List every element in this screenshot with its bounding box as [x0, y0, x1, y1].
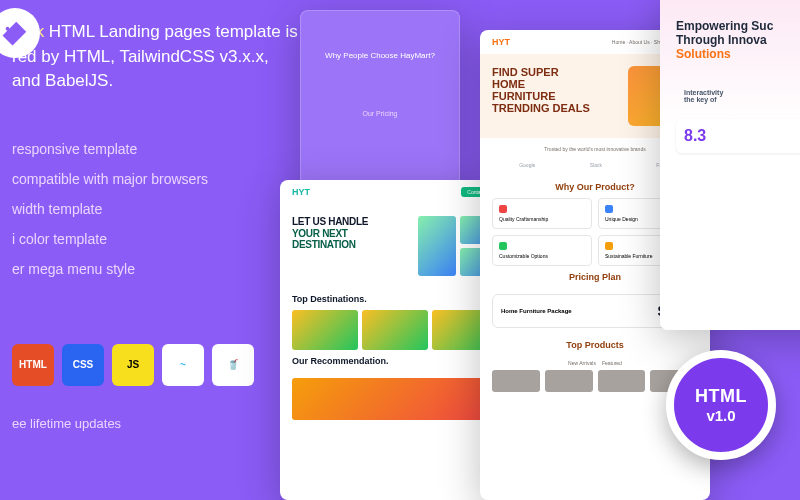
why-card: Quality Craftsmanship — [492, 198, 592, 229]
recommendation-banner — [292, 378, 498, 420]
tailwind-icon: ~ — [162, 344, 204, 386]
glass-subtitle: Our Pricing — [321, 110, 439, 117]
solutions-hero-title: Empowering Suc Through Innova Solutions — [676, 20, 800, 61]
feature-list: responsive template compatible with majo… — [12, 134, 310, 284]
product-tabs[interactable]: New Arrivals Featured — [480, 356, 710, 370]
feature-item: responsive template — [12, 134, 310, 164]
glass-title: Why People Choose HayMart? — [321, 51, 439, 60]
badge-line1: HTML — [695, 386, 747, 407]
updates-text: ee lifetime updates — [12, 416, 310, 431]
brand-item: Google — [519, 162, 535, 168]
badge-line2: v1.0 — [706, 407, 735, 424]
javascript-icon: JS — [112, 344, 154, 386]
gulp-icon: 🥤 — [212, 344, 254, 386]
pricing-title: Home Furniture Package — [501, 308, 572, 314]
feature-item: width template — [12, 194, 310, 224]
travel-logo: HYT — [292, 187, 310, 197]
travel-hero-title: LET US HANDLE YOUR NEXT DESTINATION — [292, 216, 410, 251]
travel-dest-heading: Top Destinations. — [280, 288, 510, 310]
tech-icons-row: HTML CSS JS ~ 🥤 — [12, 344, 310, 386]
html5-icon: HTML — [12, 344, 54, 386]
hero-panel: atok HTML Landing pages template is red … — [0, 0, 310, 500]
feature-item: er mega menu style — [12, 254, 310, 284]
product-tab[interactable]: Featured — [602, 360, 622, 366]
products-heading: Top Products — [480, 334, 710, 356]
mockup-travel-site: HYT Contact Us LET US HANDLE YOUR NEXT D… — [280, 180, 510, 500]
html-version-badge: HTML v1.0 — [666, 350, 776, 460]
stat-card: 8.3 — [676, 119, 800, 153]
product-tab[interactable]: New Arrivals — [568, 360, 596, 366]
main-title: atok HTML Landing pages template is red … — [12, 20, 310, 94]
brand-item: Slack — [590, 162, 602, 168]
feature-item: i color template — [12, 224, 310, 254]
furniture-logo: HYT — [492, 37, 510, 47]
interactivity-block: Interactivity the key of — [676, 81, 800, 111]
furniture-hero-title: FIND SUPER HOME FURNITURE TRENDING DEALS — [492, 66, 618, 114]
why-card: Customizable Options — [492, 235, 592, 266]
mockup-solutions-site: Empowering Suc Through Innova Solutions … — [660, 0, 800, 330]
mockup-glass-card: Why People Choose HayMart? Our Pricing — [300, 10, 460, 190]
feature-item: compatible with major browsers — [12, 164, 310, 194]
css3-icon: CSS — [62, 344, 104, 386]
destination-grid — [280, 310, 510, 350]
stat-value: 8.3 — [684, 127, 706, 144]
travel-reco-heading: Our Recommendation. — [280, 350, 510, 372]
